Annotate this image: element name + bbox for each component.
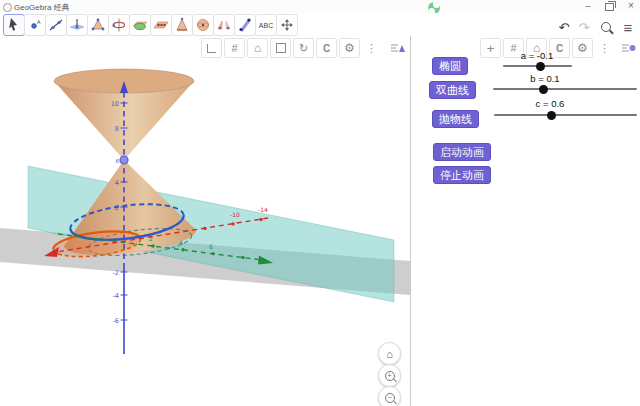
axes-icon: +: [487, 41, 495, 56]
view-direction-icon: C: [323, 43, 330, 54]
axis-tick-label: 2: [115, 204, 119, 212]
polygon-icon: [90, 17, 106, 33]
axis-tick-label: 2: [149, 235, 153, 242]
search-button[interactable]: [597, 18, 615, 36]
cube-icon: [276, 43, 286, 53]
tool-intersection-curve[interactable]: [129, 14, 151, 36]
axis-tick-label: 10: [111, 100, 119, 108]
plane-icon: [153, 17, 169, 33]
close-button[interactable]: ×: [624, 0, 638, 12]
geogebra-logo-icon: [3, 3, 12, 12]
axis-tick-label: 6: [116, 158, 120, 164]
slider-c-knob[interactable]: [547, 111, 556, 120]
main-area: 108642-2-4-6 -10-14 246 # ⌂ ↻ C ⚙ ⋮ ⌂ + …: [0, 36, 640, 406]
kebab-icon: ⋮: [599, 42, 610, 55]
stop-animation-button[interactable]: 停止动画: [433, 166, 491, 184]
grid-toggle-button[interactable]: #: [224, 38, 245, 58]
segment-icon: [237, 17, 253, 33]
rotation-axis-icon: [111, 17, 127, 33]
cursor-icon: [6, 17, 22, 33]
slider-a-label: a = -0.1: [521, 50, 553, 61]
tool-move[interactable]: [3, 14, 25, 36]
slider-c-label: c = 0.6: [536, 98, 565, 109]
sphere-icon: [195, 17, 211, 33]
tool-segment-between-points[interactable]: [234, 14, 256, 36]
parabola-button[interactable]: 抛物线: [432, 110, 479, 128]
axis-tick-label: -6: [113, 317, 119, 325]
stylebar-toggle-button[interactable]: [618, 39, 637, 57]
settings-button[interactable]: ⚙: [572, 38, 593, 58]
default-view-button[interactable]: ⌂: [247, 38, 268, 58]
tool-pyramid[interactable]: [171, 14, 193, 36]
start-animation-button[interactable]: 启动动画: [433, 143, 491, 161]
clipping-box-button[interactable]: [270, 38, 291, 58]
3d-style-icon: [389, 41, 405, 55]
axes-toggle-button[interactable]: [201, 38, 222, 58]
gear-icon: ⚙: [344, 41, 355, 55]
undo-button[interactable]: ↶: [555, 18, 573, 36]
graphics-view-2[interactable]: + # ⌂ C ⚙ ⋮ 椭圆 双曲线 抛物线 启动动画 停止动画 a = -0.…: [410, 36, 640, 406]
view-direction-button[interactable]: C: [316, 38, 337, 58]
settings-button[interactable]: ⚙: [339, 38, 360, 58]
hyperbola-button[interactable]: 双曲线: [429, 81, 476, 99]
tool-point[interactable]: A: [24, 14, 46, 36]
panel-stylebar: + # ⌂ C ⚙ ⋮: [478, 38, 637, 58]
3d-graphics-view[interactable]: 108642-2-4-6 -10-14 246 # ⌂ ↻ C ⚙ ⋮ ⌂ + …: [0, 36, 410, 406]
3d-stylebar: # ⌂ ↻ C ⚙ ⋮: [199, 38, 406, 58]
axes-icon: [207, 44, 216, 53]
svg-text:A: A: [37, 19, 41, 25]
axis-tick-label: 6: [209, 243, 213, 250]
move-view-icon: [279, 17, 295, 33]
tool-reflect-about-plane[interactable]: [213, 14, 235, 36]
apex-point[interactable]: [120, 156, 128, 164]
home-icon: ⌂: [386, 348, 393, 360]
axis-tick-label: -4: [113, 292, 119, 300]
axes-toggle-button[interactable]: +: [480, 38, 501, 58]
pyramid-icon: [174, 17, 190, 33]
grid-icon: #: [231, 42, 237, 54]
view-direction-icon: C: [556, 43, 563, 54]
slider-a[interactable]: [503, 65, 572, 67]
slider-b-label: b = 0.1: [530, 73, 559, 84]
more-options-button[interactable]: ⋮: [595, 39, 614, 57]
slider-b[interactable]: [493, 88, 637, 90]
tool-line[interactable]: [45, 14, 67, 36]
zoom-out-button[interactable]: −: [378, 386, 401, 406]
3d-scene-canvas[interactable]: 108642-2-4-6 -10-14 246: [0, 36, 410, 406]
gear-icon: ⚙: [577, 41, 588, 55]
tool-plane-through-points[interactable]: [150, 14, 172, 36]
tool-move-graphics-view[interactable]: [276, 14, 298, 36]
abc-icon: ABC: [259, 22, 273, 29]
more-options-button[interactable]: ⋮: [362, 39, 381, 57]
restore-button[interactable]: [605, 3, 614, 11]
axis-tick-label: -2: [113, 269, 119, 277]
axis-tick-label: -14: [258, 206, 268, 213]
stylebar-toggle-button[interactable]: [387, 39, 406, 57]
redo-button[interactable]: ↷: [575, 18, 593, 36]
ellipse-button[interactable]: 椭圆: [432, 57, 468, 75]
search-icon: [601, 22, 611, 32]
kebab-icon: ⋮: [366, 42, 377, 55]
axis-tick-label: 8: [115, 125, 119, 133]
tool-rotation-around-axis[interactable]: [108, 14, 130, 36]
slider-c[interactable]: [494, 114, 637, 116]
rotate-view-button[interactable]: ↻: [293, 38, 314, 58]
tool-text[interactable]: ABC: [255, 14, 277, 36]
grid-icon: #: [510, 42, 516, 54]
line-icon: [48, 17, 64, 33]
menu-button[interactable]: ≡: [619, 18, 637, 36]
home-icon: ⌂: [254, 41, 261, 55]
slider-b-knob[interactable]: [539, 85, 548, 94]
window-title: GeoGebra 经典: [14, 2, 70, 13]
zoom-in-button[interactable]: +: [378, 364, 401, 387]
zoom-home-button[interactable]: ⌂: [378, 342, 401, 365]
slider-a-knob[interactable]: [536, 62, 545, 71]
rotate-icon: ↻: [299, 42, 308, 55]
axis-tick-label: -10: [230, 211, 240, 218]
tool-sphere[interactable]: [192, 14, 214, 36]
minimize-button[interactable]: –: [581, 0, 595, 12]
axis-tick-label: 4: [115, 179, 119, 187]
reflect-icon: [216, 17, 232, 33]
tool-perpendicular-line[interactable]: [66, 14, 88, 36]
tool-polygon[interactable]: [87, 14, 109, 36]
